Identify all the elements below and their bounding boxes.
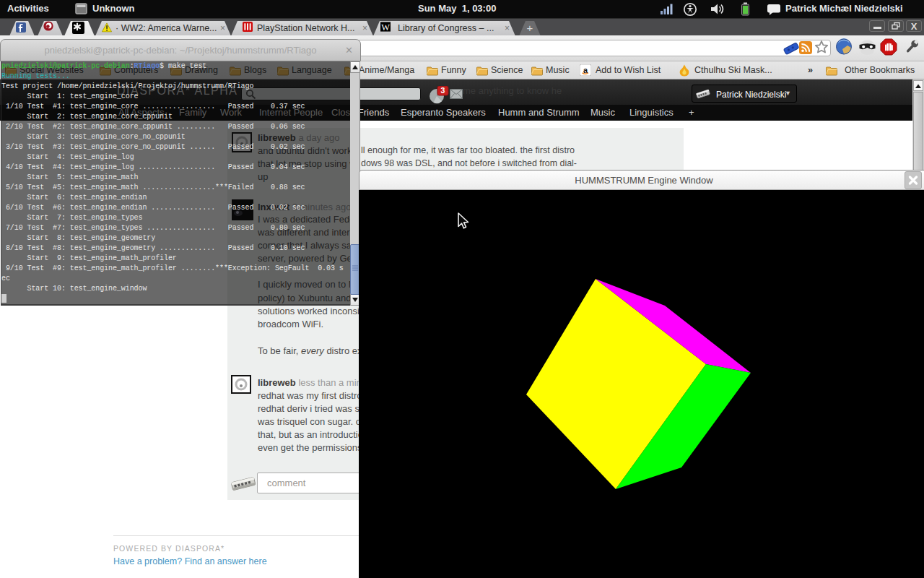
- svg-text:W: W: [381, 22, 390, 32]
- svg-text:3: 3: [441, 86, 445, 95]
